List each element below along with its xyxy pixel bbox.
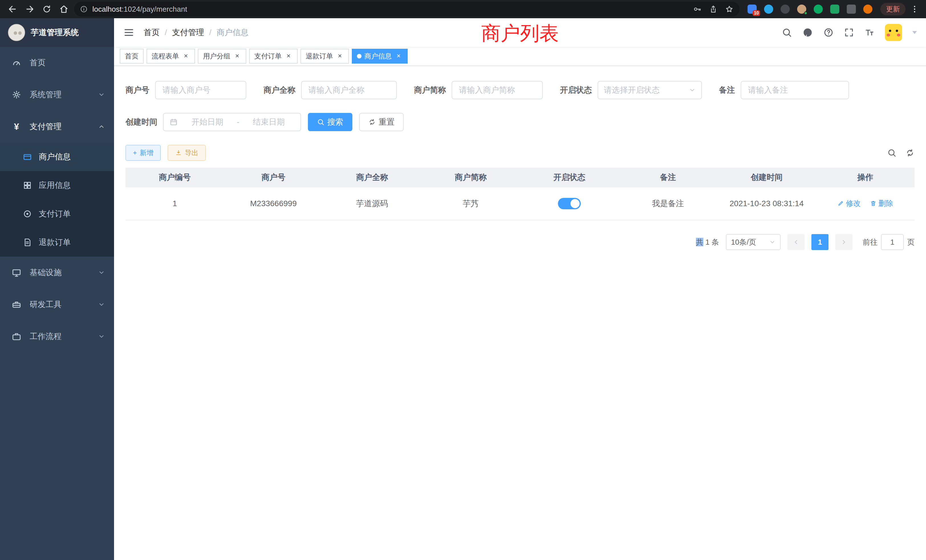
status-toggle-on[interactable] — [558, 198, 581, 209]
puzzle-extension-icon[interactable] — [847, 5, 856, 14]
back-button[interactable] — [6, 2, 20, 16]
date-range-picker[interactable]: 开始日期 - 结束日期 — [163, 113, 301, 131]
close-icon[interactable]: × — [182, 52, 190, 60]
font-size-button[interactable] — [864, 27, 875, 38]
sidebar-item-workflow[interactable]: 工作流程 — [0, 321, 114, 353]
cell-merchant-no: M233666999 — [224, 187, 323, 220]
tab-process-form[interactable]: 流程表单× — [147, 49, 195, 64]
goto-page-input[interactable] — [881, 234, 904, 250]
tab-refund-orders[interactable]: 退款订单× — [301, 49, 349, 64]
extension-icon[interactable] — [814, 5, 823, 14]
hamburger-icon — [123, 27, 135, 38]
chevron-down-icon — [689, 87, 696, 94]
address-bar[interactable]: localhost:1024/pay/merchant — [74, 2, 740, 17]
tab-merchant-info[interactable]: 商户信息× — [352, 49, 408, 64]
add-button[interactable]: + 新增 — [126, 145, 161, 161]
sidebar: 芋道管理系统 首页 系统管理 ¥ 支付管理 商户信息 — [0, 18, 114, 560]
sidebar-item-app-info[interactable]: 应用信息 — [0, 171, 114, 200]
merchant-name-input[interactable] — [301, 81, 397, 99]
bookmark-star-icon[interactable] — [725, 5, 734, 14]
breadcrumb-payment[interactable]: 支付管理 — [172, 27, 204, 38]
github-button[interactable] — [802, 27, 813, 38]
status-select[interactable]: 请选择开启状态 — [598, 81, 702, 99]
cell-create-time: 2021-10-23 08:31:14 — [717, 187, 816, 220]
tab-home[interactable]: 首页 — [120, 49, 144, 64]
sidebar-toggle-button[interactable] — [123, 27, 135, 38]
page-content: 商户号 商户全称 商户简称 开启状态 请选择开启状态 — [114, 66, 926, 560]
sidebar-item-payment[interactable]: ¥ 支付管理 — [0, 110, 114, 142]
col-status: 开启状态 — [520, 168, 619, 187]
forward-button[interactable] — [23, 2, 36, 16]
sidebar-item-system[interactable]: 系统管理 — [0, 79, 114, 110]
next-page-button[interactable] — [835, 234, 852, 250]
logo-avatar — [8, 24, 25, 41]
reset-button[interactable]: 重置 — [359, 113, 404, 131]
page-number-button[interactable]: 1 — [811, 234, 829, 250]
download-icon — [175, 150, 182, 156]
prev-page-button[interactable] — [787, 234, 805, 250]
search-icon — [317, 118, 324, 126]
export-button[interactable]: 导出 — [168, 145, 206, 161]
filter-merchant-no: 商户号 — [126, 81, 246, 99]
cell-status — [520, 187, 619, 220]
sidebar-item-home[interactable]: 首页 — [0, 47, 114, 79]
extension-icon[interactable] — [781, 5, 790, 14]
chrome-update-button[interactable]: 更新 — [881, 3, 905, 15]
help-button[interactable] — [823, 27, 834, 38]
close-icon[interactable]: × — [395, 52, 402, 60]
payment-submenu: 商户信息 应用信息 支付订单 退款订单 — [0, 142, 114, 257]
close-icon[interactable]: × — [284, 52, 292, 60]
extension-icon[interactable] — [764, 5, 773, 14]
sidebar-item-infrastructure[interactable]: 基础设施 — [0, 257, 114, 289]
close-icon[interactable]: × — [336, 52, 344, 60]
fullscreen-button[interactable] — [844, 27, 854, 38]
tab-payment-orders[interactable]: 支付订单× — [249, 49, 298, 64]
search-button[interactable]: 搜索 — [308, 113, 353, 131]
col-remark: 备注 — [619, 168, 717, 187]
col-merchant-no: 商户号 — [224, 168, 323, 187]
extension-icon[interactable] — [797, 5, 806, 14]
page-info-icon[interactable] — [80, 5, 88, 13]
monitor-icon — [11, 268, 22, 278]
edit-button[interactable]: 修改 — [837, 198, 861, 209]
sidebar-item-refund-orders[interactable]: 退款订单 — [0, 228, 114, 257]
reload-icon — [42, 5, 51, 14]
fullscreen-icon — [844, 27, 854, 38]
pagination: 共 1 条 10条/页 1 前往 页 — [126, 234, 915, 250]
extension-icon[interactable]: 10 — [747, 5, 757, 14]
share-icon[interactable] — [709, 5, 718, 14]
calendar-icon — [169, 118, 178, 126]
sidebar-logo: 芋道管理系统 — [0, 18, 114, 47]
cell-merchant-short: 芋艿 — [421, 187, 520, 220]
tab-user-group[interactable]: 用户分组× — [198, 49, 246, 64]
browser-menu-button[interactable] — [909, 5, 920, 14]
goto-page: 前往 页 — [863, 234, 915, 250]
reload-button[interactable] — [40, 2, 54, 16]
delete-button[interactable]: 删除 — [870, 198, 893, 209]
sidebar-item-payment-orders[interactable]: 支付订单 — [0, 200, 114, 228]
credit-card-icon — [23, 152, 32, 161]
sidebar-item-merchant-info[interactable]: 商户信息 — [0, 142, 114, 171]
chevron-right-icon — [840, 239, 847, 245]
filter-create-time: 创建时间 开始日期 - 结束日期 — [126, 113, 301, 131]
sidebar-item-dev-tools[interactable]: 研发工具 — [0, 289, 114, 321]
page-size-select[interactable]: 10条/页 — [726, 234, 781, 250]
browser-toolbar: localhost:1024/pay/merchant 10 更新 — [0, 0, 926, 18]
remark-input[interactable] — [741, 81, 849, 99]
toggle-search-button[interactable] — [887, 148, 896, 157]
gear-icon — [11, 89, 22, 100]
breadcrumb-home[interactable]: 首页 — [144, 27, 160, 38]
profile-avatar-icon[interactable] — [863, 5, 872, 14]
yen-icon: ¥ — [11, 121, 22, 132]
merchant-no-input[interactable] — [155, 81, 246, 99]
refresh-table-button[interactable] — [905, 148, 915, 157]
home-button[interactable] — [57, 2, 71, 16]
breadcrumb-current: 商户信息 — [217, 27, 249, 38]
user-avatar[interactable] — [885, 24, 902, 41]
merchant-short-input[interactable] — [452, 81, 543, 99]
header-search-button[interactable] — [782, 27, 792, 38]
avatar-dropdown-caret[interactable] — [912, 31, 917, 34]
password-key-icon[interactable] — [693, 5, 702, 14]
extension-icon[interactable] — [830, 5, 839, 14]
close-icon[interactable]: × — [233, 52, 241, 60]
